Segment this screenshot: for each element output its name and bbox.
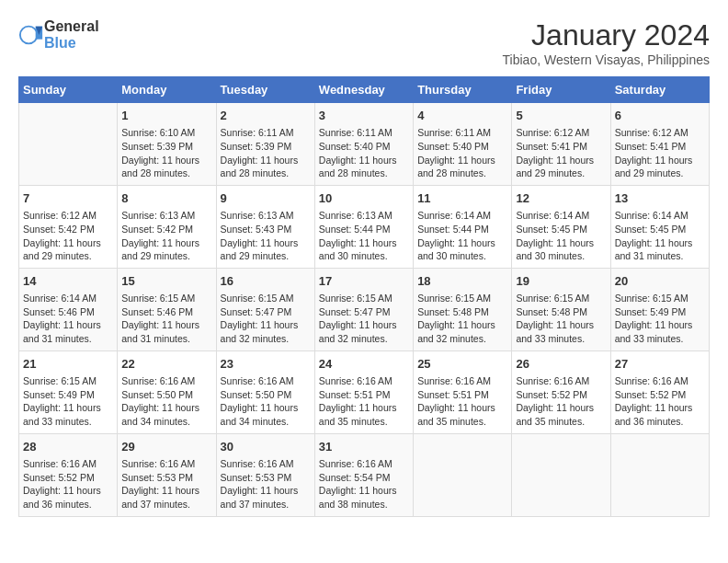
day-info: Sunrise: 6:10 AMSunset: 5:39 PMDaylight:… [121,126,211,180]
daylight-text: Daylight: 11 hours and 32 minutes. [221,319,299,344]
sunrise-text: Sunrise: 6:16 AM [615,375,688,386]
sunrise-text: Sunrise: 6:15 AM [23,375,97,386]
sunset-text: Sunset: 5:40 PM [417,141,489,152]
sunset-text: Sunset: 5:39 PM [221,141,292,152]
day-info: Sunrise: 6:12 AMSunset: 5:41 PMDaylight:… [615,126,705,180]
sunset-text: Sunset: 5:43 PM [221,224,292,235]
daylight-text: Daylight: 11 hours and 29 minutes. [23,237,101,262]
sunrise-text: Sunrise: 6:13 AM [121,210,195,221]
daylight-text: Daylight: 11 hours and 29 minutes. [615,155,693,179]
sunset-text: Sunset: 5:53 PM [121,472,193,483]
calendar-cell: 13Sunrise: 6:14 AMSunset: 5:45 PMDayligh… [610,185,709,268]
day-number: 23 [221,356,311,373]
day-number: 20 [615,273,705,290]
col-header-monday: Monday [118,77,216,103]
sunset-text: Sunset: 5:48 PM [417,306,489,317]
sunset-text: Sunset: 5:39 PM [121,141,193,152]
day-info: Sunrise: 6:12 AMSunset: 5:41 PMDaylight:… [516,126,606,180]
calendar-cell: 5Sunrise: 6:12 AMSunset: 5:41 PMDaylight… [512,103,610,186]
day-number: 19 [516,273,606,290]
sunrise-text: Sunrise: 6:12 AM [516,127,589,138]
sunrise-text: Sunrise: 6:16 AM [23,458,97,469]
day-info: Sunrise: 6:16 AMSunset: 5:52 PMDaylight:… [23,457,113,511]
daylight-text: Daylight: 11 hours and 31 minutes. [615,237,693,262]
sunset-text: Sunset: 5:51 PM [417,389,489,400]
calendar-cell: 12Sunrise: 6:14 AMSunset: 5:45 PMDayligh… [512,185,610,268]
calendar-cell [512,433,610,516]
week-row-3: 14Sunrise: 6:14 AMSunset: 5:46 PMDayligh… [19,268,710,350]
sunset-text: Sunset: 5:42 PM [121,224,193,235]
calendar-cell: 1Sunrise: 6:10 AMSunset: 5:39 PMDaylight… [118,103,216,186]
day-info: Sunrise: 6:16 AMSunset: 5:50 PMDaylight:… [121,374,211,429]
sunrise-text: Sunrise: 6:14 AM [417,210,491,221]
daylight-text: Daylight: 11 hours and 32 minutes. [319,319,397,344]
day-number: 4 [417,108,507,124]
sunset-text: Sunset: 5:41 PM [516,141,587,152]
day-number: 21 [23,356,113,373]
sunrise-text: Sunrise: 6:15 AM [615,293,688,304]
week-row-4: 21Sunrise: 6:15 AMSunset: 5:49 PMDayligh… [19,350,710,433]
day-info: Sunrise: 6:16 AMSunset: 5:50 PMDaylight:… [221,374,311,429]
day-info: Sunrise: 6:14 AMSunset: 5:46 PMDaylight:… [23,292,113,346]
daylight-text: Daylight: 11 hours and 35 minutes. [516,402,594,427]
day-info: Sunrise: 6:16 AMSunset: 5:51 PMDaylight:… [417,374,507,429]
sunset-text: Sunset: 5:47 PM [319,306,391,317]
sunset-text: Sunset: 5:45 PM [516,224,587,235]
day-number: 7 [23,190,113,207]
day-number: 26 [516,356,606,373]
daylight-text: Daylight: 11 hours and 28 minutes. [121,155,199,179]
calendar-cell: 7Sunrise: 6:12 AMSunset: 5:42 PMDaylight… [19,185,118,268]
day-info: Sunrise: 6:15 AMSunset: 5:48 PMDaylight:… [516,292,606,346]
sunrise-text: Sunrise: 6:13 AM [221,210,294,221]
daylight-text: Daylight: 11 hours and 28 minutes. [319,155,397,179]
daylight-text: Daylight: 11 hours and 30 minutes. [516,237,594,262]
week-row-5: 28Sunrise: 6:16 AMSunset: 5:52 PMDayligh… [19,433,710,516]
calendar-cell: 8Sunrise: 6:13 AMSunset: 5:42 PMDaylight… [118,185,216,268]
sunrise-text: Sunrise: 6:16 AM [516,375,589,386]
page-title: January 2024 [503,18,710,52]
header: General Blue January 2024 Tibiao, Wester… [18,18,710,67]
daylight-text: Daylight: 11 hours and 33 minutes. [516,319,594,344]
sunset-text: Sunset: 5:49 PM [23,389,95,400]
calendar-cell: 21Sunrise: 6:15 AMSunset: 5:49 PMDayligh… [19,350,118,433]
sunset-text: Sunset: 5:41 PM [615,141,687,152]
sunset-text: Sunset: 5:51 PM [319,389,391,400]
logo-icon [18,22,44,48]
calendar-cell: 3Sunrise: 6:11 AMSunset: 5:40 PMDaylight… [314,103,413,186]
day-number: 6 [615,108,705,124]
day-number: 30 [221,439,311,455]
day-number: 10 [319,190,409,207]
calendar-cell: 30Sunrise: 6:16 AMSunset: 5:53 PMDayligh… [216,433,314,516]
day-info: Sunrise: 6:12 AMSunset: 5:42 PMDaylight:… [23,209,113,263]
calendar-cell: 17Sunrise: 6:15 AMSunset: 5:47 PMDayligh… [314,268,413,350]
day-info: Sunrise: 6:16 AMSunset: 5:52 PMDaylight:… [516,374,606,429]
calendar-cell: 14Sunrise: 6:14 AMSunset: 5:46 PMDayligh… [19,268,118,350]
calendar-cell [414,433,512,516]
day-info: Sunrise: 6:15 AMSunset: 5:49 PMDaylight:… [23,374,113,429]
title-area: January 2024 Tibiao, Western Visayas, Ph… [503,18,710,67]
sunrise-text: Sunrise: 6:15 AM [319,293,392,304]
day-info: Sunrise: 6:13 AMSunset: 5:43 PMDaylight:… [221,209,311,263]
calendar-cell [610,433,709,516]
sunrise-text: Sunrise: 6:16 AM [319,458,392,469]
day-info: Sunrise: 6:13 AMSunset: 5:44 PMDaylight:… [319,209,409,263]
sunrise-text: Sunrise: 6:16 AM [121,375,195,386]
calendar-cell: 11Sunrise: 6:14 AMSunset: 5:44 PMDayligh… [414,185,512,268]
day-number: 31 [319,439,409,455]
daylight-text: Daylight: 11 hours and 35 minutes. [417,402,495,427]
day-number: 17 [319,273,409,290]
svg-point-2 [20,26,38,43]
day-number: 12 [516,190,606,207]
day-number: 9 [221,190,311,207]
sunrise-text: Sunrise: 6:11 AM [221,127,294,138]
daylight-text: Daylight: 11 hours and 30 minutes. [319,237,397,262]
calendar-cell: 10Sunrise: 6:13 AMSunset: 5:44 PMDayligh… [314,185,413,268]
day-number: 27 [615,356,705,373]
day-number: 24 [319,356,409,373]
page-subtitle: Tibiao, Western Visayas, Philippines [503,52,710,67]
col-header-saturday: Saturday [610,77,709,103]
calendar-cell: 22Sunrise: 6:16 AMSunset: 5:50 PMDayligh… [118,350,216,433]
calendar-cell: 9Sunrise: 6:13 AMSunset: 5:43 PMDaylight… [216,185,314,268]
day-info: Sunrise: 6:16 AMSunset: 5:53 PMDaylight:… [221,457,311,511]
day-info: Sunrise: 6:11 AMSunset: 5:40 PMDaylight:… [319,126,409,180]
